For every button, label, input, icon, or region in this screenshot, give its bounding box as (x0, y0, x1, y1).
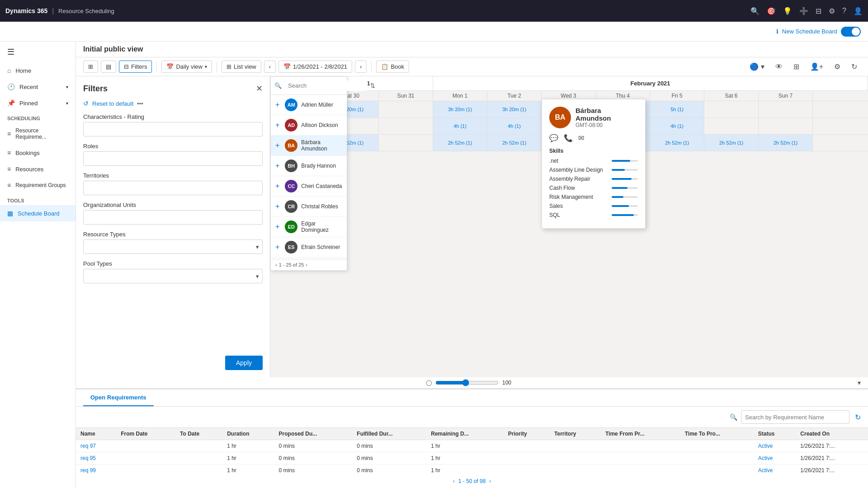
chat-icon[interactable]: 💬 (549, 134, 558, 142)
resource-add-icon[interactable]: + (275, 243, 279, 251)
cell-r3-d4[interactable]: 2h 52m (1) (433, 135, 487, 151)
cell-r2-d5[interactable]: 4h (1) (487, 118, 542, 134)
cell-r2-d10[interactable] (759, 118, 813, 134)
resource-item-adrien[interactable]: + AM Adrien Müller (271, 95, 347, 115)
prev-date-button[interactable]: ‹ (264, 61, 276, 73)
lightbulb-icon[interactable]: 💡 (783, 7, 792, 15)
resource-item-brady[interactable]: + BH Brady Hannon (271, 156, 347, 176)
req-search-input[interactable] (741, 410, 849, 424)
person-add-icon[interactable]: 👤+ (807, 60, 827, 73)
cell-r1-d9[interactable] (704, 101, 759, 117)
sidebar-item-home[interactable]: ⌂ Home (0, 62, 75, 79)
pool-types-select[interactable] (83, 269, 263, 283)
cell-r2-d9[interactable] (704, 118, 759, 134)
sidebar-item-schedule-board[interactable]: ▦ Schedule Board (0, 205, 75, 221)
cell-r2-d3[interactable] (379, 118, 433, 134)
sidebar-item-recent[interactable]: 🕐 Recent ▾ (0, 79, 75, 95)
eye-icon[interactable]: 👁 (772, 61, 786, 73)
req-link-95[interactable]: req 95 (80, 455, 96, 461)
open-requirements-tab[interactable]: Open Requirements (83, 389, 154, 406)
resource-add-icon[interactable]: + (275, 101, 279, 109)
filter-close-button[interactable]: ✕ (256, 84, 263, 94)
resource-add-icon[interactable]: + (275, 182, 279, 190)
req-status-link-99[interactable]: Active (758, 467, 773, 474)
email-icon[interactable]: ✉ (578, 134, 584, 142)
cell-r3-d8[interactable]: 2h 52m (1) (650, 135, 704, 151)
settings-icon[interactable]: ⚙ (829, 7, 835, 15)
date-range-display[interactable]: 📅 1/26/2021 - 2/8/2021 (278, 61, 352, 73)
prev-page-icon[interactable]: ‹ (275, 262, 277, 267)
swap-icon[interactable]: ⇅ (370, 82, 375, 89)
expand-icon[interactable]: ▾ (858, 379, 861, 386)
add-icon[interactable]: ➕ (799, 7, 808, 15)
schedule-board-toggle[interactable] (841, 27, 861, 37)
reset-label[interactable]: Reset to default (92, 100, 133, 107)
resource-add-icon[interactable]: + (275, 121, 279, 129)
next-req-page[interactable]: › (489, 478, 491, 484)
cell-r1-d10[interactable] (759, 101, 813, 117)
sidebar-item-req-groups[interactable]: ≡ Requirement Groups (0, 177, 75, 193)
resource-item-cheri[interactable]: + CC Cheri Castaneda (271, 176, 347, 197)
roles-input[interactable] (83, 151, 263, 166)
new-schedule-toggle[interactable]: ℹ New Schedule Board (776, 27, 861, 37)
req-status-link-95[interactable]: Active (758, 455, 773, 461)
cell-r1-d8[interactable]: 5h (1) (650, 101, 704, 117)
gear-icon[interactable]: ⚙ (830, 60, 844, 73)
characteristics-rating-input[interactable] (83, 122, 263, 136)
cell-r2-d8[interactable]: 4h (1) (650, 118, 704, 134)
toolbar-separator-1 (156, 61, 157, 72)
prev-req-page[interactable]: ‹ (453, 478, 455, 484)
account-icon[interactable]: 👤 (854, 7, 863, 15)
search-icon[interactable]: 🔍 (750, 7, 760, 15)
cell-r1-d4[interactable]: 3h 20m (1) (433, 101, 487, 117)
board-view-button[interactable]: ▤ (101, 61, 116, 73)
cell-r3-d9[interactable]: 2h 52m (1) (704, 135, 759, 151)
cell-r1-d5[interactable]: 3h 20m (1) (487, 101, 542, 117)
brand-name[interactable]: Dynamics 365 (5, 7, 47, 14)
list-view-button[interactable]: ⊞ List view (222, 61, 261, 73)
territories-input[interactable] (83, 181, 263, 195)
resource-add-icon[interactable]: + (275, 162, 279, 170)
daily-view-button[interactable]: 📅 Daily view ▾ (161, 61, 212, 73)
next-page-icon[interactable]: › (306, 262, 307, 267)
columns-icon[interactable]: ⊞ (790, 60, 803, 73)
resource-types-select[interactable] (83, 239, 263, 254)
zoom-slider[interactable] (435, 379, 499, 386)
req-status-link-97[interactable]: Active (758, 443, 773, 449)
resource-add-icon[interactable]: + (275, 202, 279, 211)
cell-r3-d10[interactable]: 2h 52m (1) (759, 135, 813, 151)
target-icon[interactable]: 🎯 (767, 7, 776, 15)
sidebar-item-resource-req[interactable]: ≡ Resource Requireme... (0, 123, 75, 145)
resource-add-icon[interactable]: + (275, 223, 279, 231)
apply-button[interactable]: Apply (225, 356, 263, 370)
hamburger-menu[interactable]: ☰ (0, 42, 75, 62)
grid-view-button[interactable]: ⊞ (83, 61, 98, 73)
resource-item-allison[interactable]: + AD Allison Dickson (271, 115, 347, 136)
resource-search-input[interactable] (284, 80, 368, 91)
next-date-button[interactable]: › (355, 61, 367, 73)
cell-r3-d5[interactable]: 2h 52m (1) (487, 135, 542, 151)
resource-add-icon[interactable]: + (275, 141, 279, 150)
filter-icon[interactable]: ⊟ (816, 7, 821, 15)
resource-item-edgar[interactable]: + ED Edgar Dominguez (271, 217, 347, 237)
cell-r3-d3[interactable] (379, 135, 433, 151)
filter-settings-icon[interactable]: 🔵 ▾ (746, 60, 768, 73)
more-options-icon[interactable]: ••• (137, 100, 143, 107)
org-units-input[interactable] (83, 210, 263, 225)
resource-item-christal[interactable]: + CR Christal Robles (271, 197, 347, 217)
req-link-99[interactable]: req 99 (80, 467, 96, 474)
sidebar-item-bookings[interactable]: ≡ Bookings (0, 145, 75, 161)
book-button[interactable]: 📋 Book (376, 61, 409, 73)
resource-item-efrain[interactable]: + ES Efrain Schreiner (271, 237, 347, 258)
sidebar-item-pinned[interactable]: 📌 Pinned ▾ (0, 95, 75, 111)
resource-item-barbara[interactable]: + BA Bárbara Amundson (271, 136, 347, 156)
question-icon[interactable]: ? (842, 7, 846, 15)
refresh-icon[interactable]: ↻ (848, 60, 861, 73)
req-link-97[interactable]: req 97 (80, 443, 96, 449)
filters-button[interactable]: ⊟ Filters (119, 61, 152, 73)
phone-icon[interactable]: 📞 (564, 134, 573, 142)
cell-r1-d3[interactable] (379, 101, 433, 117)
cell-r2-d4[interactable]: 4h (1) (433, 118, 487, 134)
req-refresh-icon[interactable]: ↻ (855, 413, 861, 422)
sidebar-item-resources[interactable]: ≡ Resources (0, 161, 75, 177)
